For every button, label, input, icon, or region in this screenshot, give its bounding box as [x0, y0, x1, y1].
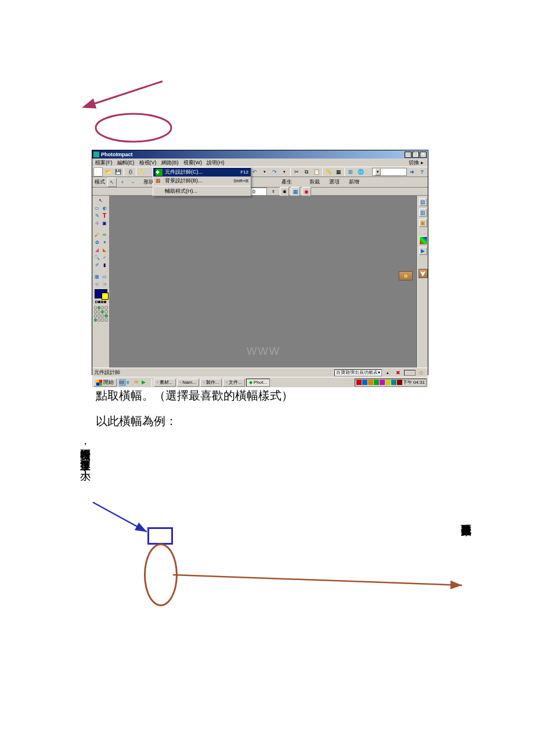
clone-tool-icon[interactable]: ✿ — [93, 239, 100, 246]
window-icon[interactable]: ⊞ — [346, 167, 355, 177]
ql-ie-icon[interactable]: e — [127, 379, 134, 386]
mode-sub-icon[interactable]: − — [128, 178, 138, 187]
text-tool-icon[interactable]: T — [101, 212, 108, 219]
easypalette-icon[interactable]: ▥ — [419, 208, 427, 217]
close-button[interactable]: ✕ — [420, 152, 427, 158]
pencil-tool-icon[interactable]: ✏ — [101, 231, 108, 238]
new-icon[interactable]: ▱ — [93, 167, 103, 177]
fill-tool-icon[interactable]: ◣ — [101, 246, 108, 253]
menu-help[interactable]: 說明(H) — [205, 159, 226, 167]
browser-icon[interactable]: 🌐 — [356, 167, 365, 177]
tray-icon[interactable] — [374, 380, 379, 385]
system-tray[interactable]: 下午 04:31 — [355, 379, 427, 387]
redo-icon[interactable]: ↷ — [270, 167, 279, 177]
dropdown-arrow-icon[interactable]: ▾ — [280, 167, 289, 177]
brush-tool-icon[interactable]: 🖌 — [93, 231, 100, 238]
titlebar[interactable]: PhotoImpact _ ❐ ✕ — [92, 150, 428, 159]
menu-edit[interactable]: 編輯(E) — [116, 159, 136, 167]
menu-window[interactable]: 視窗(W) — [182, 159, 204, 167]
selection-tool-icon[interactable]: ▭ — [93, 204, 100, 211]
dropdown-arrow-icon[interactable]: ▾ — [260, 167, 269, 177]
task-item[interactable]: ▫製作... — [200, 379, 222, 387]
eraser-tool-icon[interactable]: ◢ — [93, 246, 100, 253]
ql-outlook-icon[interactable]: ✉ — [134, 379, 141, 386]
frame-tool-icon[interactable]: ▣ — [101, 219, 108, 226]
slice-icon[interactable]: ▭ — [101, 273, 108, 280]
mini-swatches[interactable] — [95, 301, 106, 303]
measure-tool-icon[interactable]: ✓ — [101, 254, 108, 261]
eyedropper-tool-icon[interactable]: ✐ — [93, 261, 100, 268]
menubar[interactable]: 檔案(F) 編輯(E) 檢視(V) 網路(B) 視窗(W) 說明(H) 切換 ▸ — [92, 159, 428, 167]
grid-icon[interactable]: ▦ — [334, 167, 343, 177]
crop-tool-icon[interactable]: ⊹ — [93, 219, 100, 226]
spinner-icon[interactable]: ⇕ — [269, 187, 278, 196]
go-icon[interactable]: ➜ — [407, 167, 417, 177]
ql-desktop-icon[interactable]: ▭ — [119, 379, 126, 386]
zoom-combo[interactable]: ▾ — [372, 168, 407, 176]
start-button[interactable]: 開始 — [93, 379, 117, 387]
maximize-button[interactable]: ❐ — [412, 152, 419, 158]
menu-view[interactable]: 檢視(V) — [138, 159, 158, 167]
tray-icon[interactable] — [362, 380, 367, 385]
fx2-icon[interactable]: ▦ — [291, 187, 300, 196]
map-icon[interactable]: ⊃ — [101, 280, 108, 287]
minimize-button[interactable]: _ — [405, 152, 412, 158]
pick-tool-icon[interactable]: ↖ — [98, 197, 104, 204]
caption-line-1: 點取橫幅。（選擇最喜歡的橫幅樣式） — [96, 388, 293, 404]
menu-web[interactable]: 網路(B) — [160, 159, 181, 167]
wizard-icon[interactable]: ✨ — [138, 167, 147, 177]
color-swatch[interactable] — [95, 289, 107, 298]
path-tool-icon[interactable]: ✎ — [93, 212, 100, 219]
copy-icon[interactable]: ⧉ — [302, 167, 311, 177]
link-icon[interactable]: ⊂ — [93, 280, 100, 287]
transform-tool-icon[interactable]: ◐ — [101, 204, 108, 211]
fx3-icon[interactable]: ◉ — [302, 187, 311, 196]
layer-panel-icon[interactable]: ▤ — [419, 198, 427, 206]
mode-arrow-icon[interactable]: ↖ — [107, 178, 117, 187]
number-input[interactable]: 0 — [251, 188, 267, 196]
stamp-tool-icon[interactable]: ▮ — [101, 261, 108, 268]
menu-file[interactable]: 檔案(F) — [93, 159, 114, 167]
fx1-icon[interactable]: ▣ — [280, 187, 289, 196]
mode-add-icon[interactable]: + — [118, 178, 127, 187]
status-combo[interactable]: 百寶箱彈出底功能表 ▾ — [334, 369, 382, 376]
tray-icon[interactable] — [380, 380, 385, 385]
save-icon[interactable]: 💾 — [113, 167, 122, 177]
paste-icon[interactable]: 📋 — [312, 167, 321, 177]
tray-icon[interactable] — [391, 380, 396, 385]
expand-chevron-icon[interactable]: » — [399, 271, 413, 280]
document-panel-icon[interactable]: ▣ — [419, 219, 427, 227]
zoom-tool-icon[interactable]: 🔍 — [93, 254, 100, 261]
status-close-icon[interactable]: ✖ — [394, 368, 403, 377]
tray-icon[interactable] — [356, 380, 362, 385]
menu-background-designer[interactable]: ▦ 背景設計師(B)... Shift+B — [153, 177, 251, 185]
retouch-tool-icon[interactable]: ✦ — [101, 239, 108, 246]
task-item[interactable]: ▫文件... — [223, 379, 245, 387]
tray-icon[interactable] — [368, 380, 373, 385]
menu-component-designer[interactable]: ◆ 元件設計師(C)... F12 — [153, 168, 251, 177]
canvas-area[interactable]: www » — [110, 196, 417, 368]
switch-button[interactable]: 切換 ▸ — [407, 159, 425, 167]
status-up-icon[interactable]: ▴ — [383, 368, 392, 377]
svg-point-1 — [96, 114, 171, 142]
color-panel-icon[interactable] — [419, 236, 427, 244]
task-item[interactable]: ▫Nam... — [177, 379, 199, 387]
cut-icon[interactable]: ✂ — [292, 167, 301, 177]
menu-helper-app[interactable]: 輔助程式(H)... — [153, 187, 251, 196]
slider-controls[interactable] — [94, 306, 108, 322]
task-item-active[interactable]: ◆Phot... — [246, 379, 270, 387]
tray-icon[interactable] — [385, 380, 391, 385]
undo-icon[interactable]: ↶ — [250, 167, 259, 177]
open-icon[interactable]: 📂 — [103, 167, 113, 177]
help-icon[interactable]: ? — [417, 167, 427, 177]
ql-media-icon[interactable]: ▶ — [142, 379, 149, 386]
svg-line-3 — [173, 575, 462, 585]
tray-icon[interactable] — [397, 380, 402, 385]
task-item[interactable]: ▫素材... — [154, 379, 176, 387]
ruler-icon[interactable]: 📏 — [324, 167, 333, 177]
collapse-chevron-icon[interactable]: ⮟ — [418, 269, 428, 278]
status-info-icon[interactable]: ⊙ — [417, 368, 426, 377]
quickcommand-icon[interactable]: ▶ — [419, 247, 427, 255]
grid-icon[interactable]: ▦ — [93, 273, 100, 280]
print-icon[interactable]: ⎙ — [125, 167, 135, 177]
